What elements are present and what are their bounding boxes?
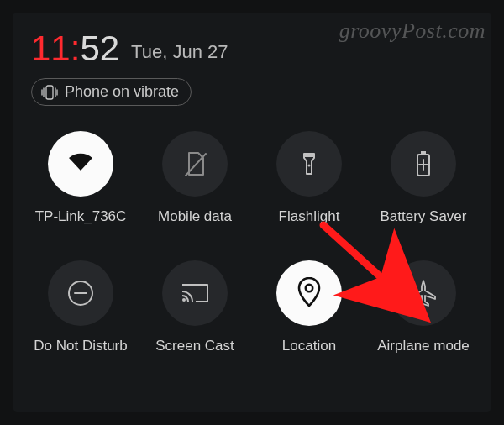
tile-battery-saver-label: Battery Saver (381, 208, 467, 225)
status-row: 11:52 Tue, Jun 27 (31, 28, 473, 66)
flashlight-icon (297, 149, 322, 179)
tile-screen-cast-label: Screen Cast (155, 338, 234, 354)
tile-battery-saver[interactable]: Battery Saver (374, 131, 473, 225)
tile-mobile-data[interactable]: Mobile data (145, 131, 244, 225)
quick-settings-panel: 11:52 Tue, Jun 27 Phone on vibrate TP-Li… (13, 13, 491, 412)
tile-wifi-circle (48, 131, 113, 197)
svg-rect-0 (46, 86, 53, 99)
tile-dnd-label: Do Not Disturb (34, 338, 127, 354)
tile-dnd-circle (48, 260, 113, 326)
tile-wifi-label: TP-Link_736C (35, 208, 127, 225)
tile-location-label: Location (282, 338, 336, 354)
tile-do-not-disturb[interactable]: Do Not Disturb (31, 260, 130, 354)
svg-point-8 (182, 298, 186, 302)
svg-point-3 (308, 165, 311, 167)
tile-wifi[interactable]: TP-Link_736C (31, 131, 130, 225)
tile-screen-cast[interactable]: Screen Cast (145, 260, 244, 354)
clock-minute: 52 (80, 29, 119, 68)
tile-flashlight[interactable]: Flashlight (260, 131, 359, 225)
tile-airplane-mode[interactable]: Airplane mode (374, 260, 473, 354)
svg-point-9 (306, 285, 312, 291)
clock-colon: : (71, 29, 81, 68)
location-pin-icon (297, 277, 322, 309)
tile-location[interactable]: Location (260, 260, 359, 354)
tile-airplane-label: Airplane mode (377, 338, 470, 354)
clock: 11:52 (31, 31, 119, 66)
do-not-disturb-icon (65, 277, 97, 309)
tile-screen-cast-circle (162, 260, 228, 326)
tile-mobile-data-circle (162, 131, 228, 197)
tile-battery-saver-circle (391, 131, 456, 197)
svg-rect-5 (421, 151, 426, 155)
wifi-icon (63, 146, 98, 181)
date-label: Tue, Jun 27 (131, 41, 228, 66)
ringer-mode-label: Phone on vibrate (65, 83, 179, 101)
tile-flashlight-circle (276, 131, 342, 197)
tile-location-circle (276, 260, 342, 326)
tile-mobile-data-label: Mobile data (158, 208, 232, 225)
battery-plus-icon (412, 149, 434, 179)
tile-airplane-circle (391, 260, 456, 326)
clock-hour: 11 (31, 29, 71, 68)
screen-cast-icon (179, 280, 211, 307)
quick-tiles-grid: TP-Link_736C Mobile data (31, 131, 473, 354)
ringer-mode-chip[interactable]: Phone on vibrate (31, 78, 192, 106)
vibrate-icon (40, 85, 59, 100)
tile-flashlight-label: Flashlight (279, 208, 340, 225)
airplane-icon (408, 278, 438, 308)
sim-off-icon (181, 150, 209, 178)
